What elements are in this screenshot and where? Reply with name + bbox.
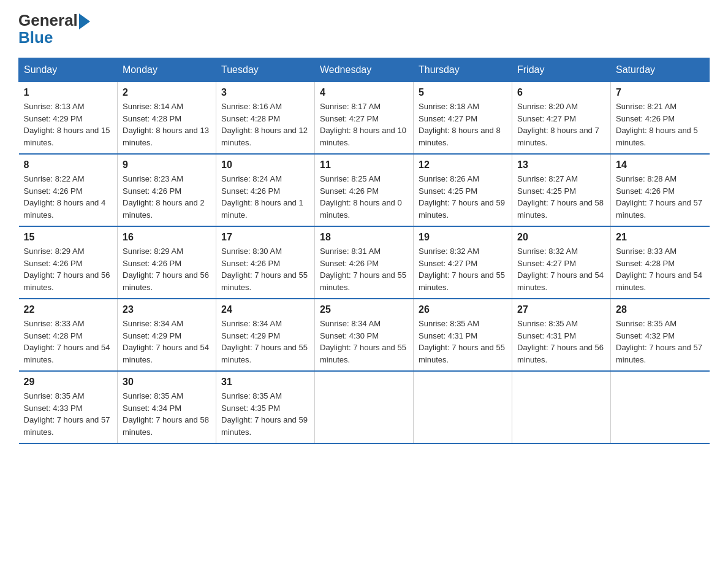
day-info: Sunrise: 8:35 AM Sunset: 4:31 PM Dayligh… <box>517 318 605 366</box>
day-number: 1 <box>24 87 113 98</box>
calendar-week-row: 15 Sunrise: 8:29 AM Sunset: 4:26 PM Dayl… <box>19 226 710 299</box>
day-info: Sunrise: 8:13 AM Sunset: 4:29 PM Dayligh… <box>24 101 113 148</box>
day-info: Sunrise: 8:32 AM Sunset: 4:27 PM Dayligh… <box>419 245 507 293</box>
calendar-day-cell: 5 Sunrise: 8:18 AM Sunset: 4:27 PM Dayli… <box>414 82 512 155</box>
day-number: 27 <box>517 304 605 315</box>
day-number: 11 <box>320 159 408 170</box>
day-of-week-header: Tuesday <box>216 58 315 82</box>
logo-triangle-icon <box>79 13 90 29</box>
day-number: 19 <box>419 232 507 243</box>
day-of-week-header: Thursday <box>414 58 512 82</box>
calendar-week-row: 1 Sunrise: 8:13 AM Sunset: 4:29 PM Dayli… <box>19 82 710 155</box>
calendar-day-cell: 15 Sunrise: 8:29 AM Sunset: 4:26 PM Dayl… <box>19 226 118 299</box>
day-of-week-header: Monday <box>118 58 216 82</box>
day-info: Sunrise: 8:20 AM Sunset: 4:27 PM Dayligh… <box>517 101 605 148</box>
day-number: 20 <box>517 232 605 243</box>
day-number: 7 <box>616 87 705 98</box>
day-info: Sunrise: 8:35 AM Sunset: 4:34 PM Dayligh… <box>123 390 211 438</box>
calendar-week-row: 29 Sunrise: 8:35 AM Sunset: 4:33 PM Dayl… <box>19 371 710 443</box>
day-info: Sunrise: 8:17 AM Sunset: 4:27 PM Dayligh… <box>320 101 408 148</box>
calendar-day-cell: 2 Sunrise: 8:14 AM Sunset: 4:28 PM Dayli… <box>118 82 216 155</box>
calendar-day-cell: 11 Sunrise: 8:25 AM Sunset: 4:26 PM Dayl… <box>315 154 414 226</box>
day-number: 12 <box>419 159 507 170</box>
day-number: 29 <box>24 377 113 388</box>
calendar-day-cell: 9 Sunrise: 8:23 AM Sunset: 4:26 PM Dayli… <box>118 154 216 226</box>
day-info: Sunrise: 8:23 AM Sunset: 4:26 PM Dayligh… <box>123 173 211 221</box>
calendar-day-cell: 31 Sunrise: 8:35 AM Sunset: 4:35 PM Dayl… <box>216 371 315 443</box>
calendar-day-cell: 25 Sunrise: 8:34 AM Sunset: 4:30 PM Dayl… <box>315 299 414 371</box>
day-info: Sunrise: 8:29 AM Sunset: 4:26 PM Dayligh… <box>123 245 211 293</box>
day-number: 8 <box>24 159 113 170</box>
day-info: Sunrise: 8:31 AM Sunset: 4:26 PM Dayligh… <box>320 245 408 293</box>
calendar-day-cell <box>414 371 512 443</box>
calendar-day-cell: 29 Sunrise: 8:35 AM Sunset: 4:33 PM Dayl… <box>19 371 118 443</box>
day-number: 23 <box>123 304 211 315</box>
day-info: Sunrise: 8:22 AM Sunset: 4:26 PM Dayligh… <box>24 173 113 221</box>
day-number: 15 <box>24 232 113 243</box>
day-info: Sunrise: 8:35 AM Sunset: 4:32 PM Dayligh… <box>616 318 705 366</box>
calendar-day-cell: 8 Sunrise: 8:22 AM Sunset: 4:26 PM Dayli… <box>19 154 118 226</box>
calendar-day-cell: 28 Sunrise: 8:35 AM Sunset: 4:32 PM Dayl… <box>611 299 710 371</box>
day-number: 18 <box>320 232 408 243</box>
day-number: 16 <box>123 232 211 243</box>
calendar-day-cell: 6 Sunrise: 8:20 AM Sunset: 4:27 PM Dayli… <box>512 82 611 155</box>
day-number: 17 <box>221 232 309 243</box>
calendar-day-cell: 20 Sunrise: 8:32 AM Sunset: 4:27 PM Dayl… <box>512 226 611 299</box>
calendar-table: SundayMondayTuesdayWednesdayThursdayFrid… <box>18 58 710 444</box>
day-info: Sunrise: 8:26 AM Sunset: 4:25 PM Dayligh… <box>419 173 507 221</box>
day-info: Sunrise: 8:21 AM Sunset: 4:26 PM Dayligh… <box>616 101 705 148</box>
day-info: Sunrise: 8:27 AM Sunset: 4:25 PM Dayligh… <box>517 173 605 221</box>
calendar-day-cell: 13 Sunrise: 8:27 AM Sunset: 4:25 PM Dayl… <box>512 154 611 226</box>
day-of-week-header: Friday <box>512 58 611 82</box>
day-info: Sunrise: 8:35 AM Sunset: 4:31 PM Dayligh… <box>419 318 507 366</box>
day-info: Sunrise: 8:33 AM Sunset: 4:28 PM Dayligh… <box>616 245 705 293</box>
day-info: Sunrise: 8:35 AM Sunset: 4:33 PM Dayligh… <box>24 390 113 438</box>
day-info: Sunrise: 8:16 AM Sunset: 4:28 PM Dayligh… <box>221 101 309 148</box>
day-info: Sunrise: 8:30 AM Sunset: 4:26 PM Dayligh… <box>221 245 309 293</box>
calendar-day-cell <box>512 371 611 443</box>
day-number: 25 <box>320 304 408 315</box>
logo-line1: General <box>18 12 90 29</box>
calendar-day-cell: 16 Sunrise: 8:29 AM Sunset: 4:26 PM Dayl… <box>118 226 216 299</box>
day-number: 14 <box>616 159 705 170</box>
day-number: 10 <box>221 159 309 170</box>
day-number: 31 <box>221 377 309 388</box>
page-header: General Blue <box>18 12 710 45</box>
calendar-day-cell: 30 Sunrise: 8:35 AM Sunset: 4:34 PM Dayl… <box>118 371 216 443</box>
day-info: Sunrise: 8:14 AM Sunset: 4:28 PM Dayligh… <box>123 101 211 148</box>
day-info: Sunrise: 8:33 AM Sunset: 4:28 PM Dayligh… <box>24 318 113 366</box>
day-number: 28 <box>616 304 705 315</box>
day-number: 30 <box>123 377 211 388</box>
day-info: Sunrise: 8:34 AM Sunset: 4:29 PM Dayligh… <box>221 318 309 366</box>
calendar-day-cell: 18 Sunrise: 8:31 AM Sunset: 4:26 PM Dayl… <box>315 226 414 299</box>
calendar-week-row: 8 Sunrise: 8:22 AM Sunset: 4:26 PM Dayli… <box>19 154 710 226</box>
day-number: 13 <box>517 159 605 170</box>
day-info: Sunrise: 8:34 AM Sunset: 4:30 PM Dayligh… <box>320 318 408 366</box>
calendar-day-cell: 7 Sunrise: 8:21 AM Sunset: 4:26 PM Dayli… <box>611 82 710 155</box>
calendar-day-cell: 21 Sunrise: 8:33 AM Sunset: 4:28 PM Dayl… <box>611 226 710 299</box>
calendar-day-cell: 10 Sunrise: 8:24 AM Sunset: 4:26 PM Dayl… <box>216 154 315 226</box>
day-number: 5 <box>419 87 507 98</box>
day-number: 9 <box>123 159 211 170</box>
day-number: 24 <box>221 304 309 315</box>
calendar-day-cell: 27 Sunrise: 8:35 AM Sunset: 4:31 PM Dayl… <box>512 299 611 371</box>
calendar-day-cell: 23 Sunrise: 8:34 AM Sunset: 4:29 PM Dayl… <box>118 299 216 371</box>
calendar-day-cell: 12 Sunrise: 8:26 AM Sunset: 4:25 PM Dayl… <box>414 154 512 226</box>
day-info: Sunrise: 8:34 AM Sunset: 4:29 PM Dayligh… <box>123 318 211 366</box>
calendar-day-cell: 22 Sunrise: 8:33 AM Sunset: 4:28 PM Dayl… <box>19 299 118 371</box>
calendar-day-cell: 1 Sunrise: 8:13 AM Sunset: 4:29 PM Dayli… <box>19 82 118 155</box>
day-number: 6 <box>517 87 605 98</box>
day-info: Sunrise: 8:25 AM Sunset: 4:26 PM Dayligh… <box>320 173 408 221</box>
calendar-day-cell: 26 Sunrise: 8:35 AM Sunset: 4:31 PM Dayl… <box>414 299 512 371</box>
calendar-week-row: 22 Sunrise: 8:33 AM Sunset: 4:28 PM Dayl… <box>19 299 710 371</box>
day-number: 3 <box>221 87 309 98</box>
day-of-week-header: Saturday <box>611 58 710 82</box>
day-info: Sunrise: 8:24 AM Sunset: 4:26 PM Dayligh… <box>221 173 309 221</box>
day-number: 22 <box>24 304 113 315</box>
logo: General Blue <box>18 12 90 45</box>
day-of-week-header: Sunday <box>19 58 118 82</box>
calendar-day-cell <box>611 371 710 443</box>
day-info: Sunrise: 8:32 AM Sunset: 4:27 PM Dayligh… <box>517 245 605 293</box>
day-number: 4 <box>320 87 408 98</box>
day-number: 2 <box>123 87 211 98</box>
